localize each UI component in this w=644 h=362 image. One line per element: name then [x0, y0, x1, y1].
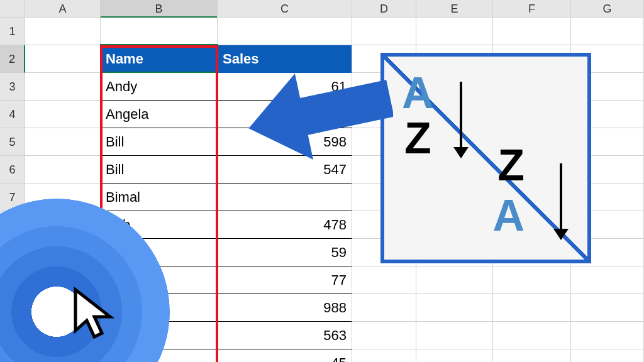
row-1: 1 — [0, 18, 644, 45]
col-header-g[interactable]: G — [571, 0, 644, 17]
cell[interactable] — [416, 266, 493, 294]
header-name[interactable]: Name — [101, 45, 218, 73]
cell[interactable] — [493, 322, 571, 349]
cell[interactable] — [101, 18, 218, 45]
column-headers: A B C D E F G — [0, 0, 644, 18]
col-header-f[interactable]: F — [493, 0, 571, 17]
row-header-5[interactable]: 5 — [0, 128, 25, 156]
cell[interactable] — [493, 349, 571, 362]
cell[interactable] — [352, 266, 416, 294]
col-header-e[interactable]: E — [416, 0, 493, 17]
col-header-d[interactable]: D — [352, 0, 416, 17]
header-sales[interactable]: Sales — [218, 45, 352, 73]
row-header-6[interactable]: 6 — [0, 156, 25, 184]
cell[interactable] — [25, 45, 101, 73]
cell[interactable] — [25, 73, 101, 101]
cell[interactable] — [571, 266, 644, 294]
cell[interactable] — [416, 349, 493, 362]
cell-sales[interactable]: 77 — [218, 266, 352, 294]
cell-sales[interactable]: 478 — [218, 211, 352, 239]
cell-sales[interactable]: 61 — [218, 73, 352, 101]
cell-name[interactable]: Angela — [101, 101, 218, 128]
sort-descending-a: A — [492, 190, 525, 241]
cell[interactable] — [25, 101, 101, 128]
cell[interactable] — [416, 18, 493, 45]
row-header-1[interactable]: 1 — [0, 18, 25, 45]
arrow-down-icon — [460, 82, 462, 157]
arrow-down-icon — [560, 163, 562, 239]
cell-sales[interactable] — [218, 184, 352, 211]
cell[interactable] — [571, 294, 644, 322]
cell-sales[interactable]: 96 — [218, 101, 352, 128]
cell[interactable] — [25, 128, 101, 156]
cell[interactable] — [352, 294, 416, 322]
row-header-4[interactable]: 4 — [0, 101, 25, 128]
cell-sales[interactable]: 563 — [218, 322, 352, 349]
cell-sales[interactable]: 598 — [218, 128, 352, 156]
cell[interactable] — [571, 349, 644, 362]
cell[interactable] — [493, 294, 571, 322]
sort-icon-card: A Z Z A — [380, 53, 591, 263]
cell[interactable] — [218, 18, 352, 45]
cell-name[interactable]: Bill — [101, 128, 218, 156]
cell[interactable] — [493, 266, 571, 294]
cell-sales[interactable]: 547 — [218, 156, 352, 184]
cell[interactable] — [416, 294, 493, 322]
cell[interactable] — [352, 349, 416, 362]
cell[interactable] — [416, 322, 493, 349]
cell[interactable] — [25, 18, 101, 45]
select-all-corner[interactable] — [0, 0, 25, 17]
sort-ascending-a: A — [402, 68, 434, 118]
cell[interactable] — [352, 322, 416, 349]
cell[interactable] — [571, 18, 644, 45]
sort-ascending-z: Z — [404, 113, 431, 163]
cell-name[interactable]: Andy — [101, 73, 218, 101]
cell-sales[interactable]: 988 — [218, 294, 352, 322]
col-header-a[interactable]: A — [25, 0, 101, 17]
cell[interactable] — [493, 18, 571, 45]
cell[interactable] — [25, 156, 101, 184]
row-header-2[interactable]: 2 — [0, 45, 25, 73]
sort-descending-z: Z — [497, 140, 525, 190]
row-header-3[interactable]: 3 — [0, 73, 25, 101]
cell-name[interactable]: Bill — [101, 156, 218, 184]
col-header-c[interactable]: C — [218, 0, 352, 17]
cell-name[interactable]: Bimal — [101, 184, 218, 211]
svg-marker-1 — [75, 290, 110, 337]
col-header-b[interactable]: B — [101, 0, 218, 17]
cell[interactable] — [352, 18, 416, 45]
cell-sales[interactable]: 59 — [218, 239, 352, 266]
cell-sales[interactable]: 45 — [218, 349, 352, 362]
cursor-icon — [69, 287, 126, 343]
cell[interactable] — [571, 322, 644, 349]
